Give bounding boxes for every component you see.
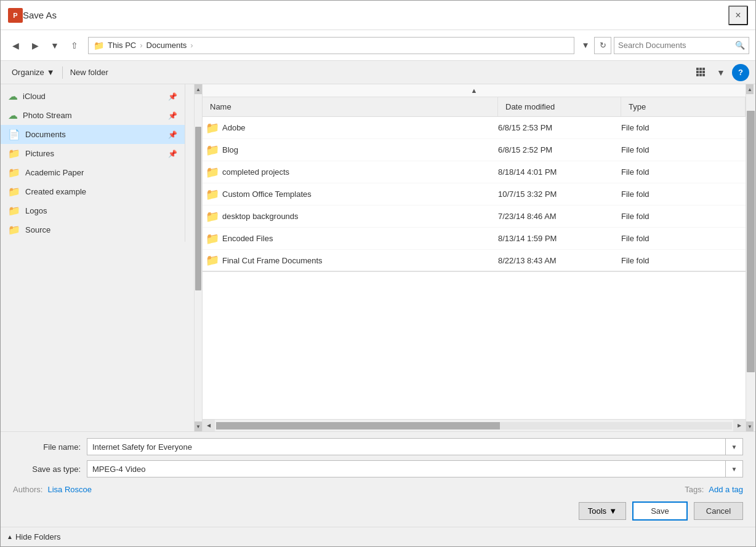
h-scroll-right-arrow[interactable]: ▶: [733, 420, 746, 432]
file-name: Custom Office Templates: [222, 190, 498, 199]
sidebar-item-label: Photo Stream: [23, 111, 163, 120]
file-name: completed projects: [222, 167, 498, 177]
file-name: desktop backgrounds: [222, 212, 498, 221]
savetype-row: Save as type: ▼: [13, 460, 743, 477]
scroll-down-arrow[interactable]: ▼: [195, 421, 202, 431]
up-button[interactable]: ⇧: [66, 37, 83, 54]
sidebar-item-label: Created example: [25, 187, 177, 196]
main-content: ☁ iCloud 📌 ☁ Photo Stream 📌 📄 Documents …: [1, 84, 755, 431]
view-dropdown-button[interactable]: ▼: [712, 64, 730, 81]
tools-dropdown-icon: ▼: [609, 506, 617, 516]
file-row[interactable]: 📁 Final Cut Frame Documents 8/22/13 8:43…: [203, 250, 746, 272]
search-input[interactable]: [618, 41, 735, 50]
pin-icon: 📌: [168, 111, 177, 120]
file-date: 7/23/14 8:46 AM: [498, 212, 621, 221]
folder-icon: 📁: [203, 121, 222, 135]
sidebar-scroll-thumb[interactable]: [195, 127, 201, 290]
breadcrumb-sep2: ›: [190, 41, 193, 50]
sidebar-item-pictures[interactable]: 📁 Pictures 📌: [1, 144, 185, 163]
sidebar-item-label: Pictures: [25, 149, 163, 158]
pin-icon: 📌: [168, 92, 177, 101]
file-type: File fold: [621, 123, 746, 132]
breadcrumb[interactable]: 📁 This PC › Documents ›: [88, 37, 574, 54]
file-scroll-up[interactable]: ▲: [746, 84, 754, 94]
horizontal-scrollbar[interactable]: ◀ ▶: [203, 419, 746, 431]
tools-button[interactable]: Tools ▼: [579, 502, 626, 520]
file-date: 8/18/14 4:01 PM: [498, 167, 621, 177]
file-scroll-down[interactable]: ▼: [746, 421, 754, 431]
file-row[interactable]: 📁 Adobe 6/8/15 2:53 PM File fold: [203, 117, 746, 139]
folder-icon: 📁: [203, 210, 222, 223]
file-type: File fold: [621, 167, 746, 177]
view-toggle-button[interactable]: [693, 64, 710, 81]
hide-folders-button[interactable]: ▲ Hide Folders: [7, 532, 61, 541]
folder-icon: 📁: [8, 205, 20, 217]
sidebar-item-academic[interactable]: 📁 Academic Paper: [1, 163, 185, 182]
file-row[interactable]: 📁 Encoded Files 8/13/14 1:59 PM File fol…: [203, 228, 746, 250]
scroll-up-arrow[interactable]: ▲: [195, 84, 202, 94]
col-header-type[interactable]: Type: [621, 97, 746, 116]
breadcrumb-documents: Documents: [147, 41, 187, 50]
pictures-icon: 📁: [8, 148, 20, 159]
sidebar-item-label: Documents: [25, 130, 163, 139]
file-list-scrollbar[interactable]: ▲ ▼: [746, 84, 755, 431]
file-date: 6/8/15 2:52 PM: [498, 145, 621, 154]
h-scroll-track[interactable]: [216, 422, 732, 429]
toolbar-right: ▼ ?: [693, 64, 749, 81]
file-row[interactable]: 📁 desktop backgrounds 7/23/14 8:46 AM Fi…: [203, 206, 746, 228]
authors-label: Authors:: [13, 485, 42, 494]
breadcrumb-dropdown-button[interactable]: ▼: [579, 37, 592, 54]
svg-rect-5: [702, 71, 705, 73]
svg-rect-6: [696, 74, 699, 76]
organize-dropdown-icon: ▼: [47, 68, 55, 77]
new-folder-button[interactable]: New folder: [65, 65, 113, 79]
dropdown-button[interactable]: ▼: [46, 37, 63, 54]
file-row[interactable]: 📁 completed projects 8/18/14 4:01 PM Fil…: [203, 161, 746, 183]
sidebar: ☁ iCloud 📌 ☁ Photo Stream 📌 📄 Documents …: [1, 84, 185, 242]
forward-button[interactable]: ▶: [26, 37, 44, 54]
sidebar-item-label: iCloud: [23, 92, 163, 101]
title-bar: P Save As ×: [1, 1, 755, 30]
meta-row: Authors: Lisa Roscoe Tags: Add a tag: [13, 482, 743, 497]
back-button[interactable]: ◀: [7, 37, 24, 54]
svg-rect-0: [696, 68, 699, 70]
close-button[interactable]: ×: [728, 6, 748, 25]
cancel-button[interactable]: Cancel: [694, 502, 743, 520]
file-date: 8/22/13 8:43 AM: [498, 256, 621, 265]
refresh-button[interactable]: ↻: [594, 37, 611, 54]
file-row[interactable]: 📁 Custom Office Templates 10/7/15 3:32 P…: [203, 183, 746, 206]
h-scroll-thumb[interactable]: [216, 422, 500, 429]
file-scroll-thumb[interactable]: [747, 111, 755, 373]
sidebar-item-photostream[interactable]: ☁ Photo Stream 📌: [1, 106, 185, 125]
file-type: File fold: [621, 190, 746, 199]
savetype-dropdown-button[interactable]: ▼: [726, 460, 743, 477]
h-scroll-left-arrow[interactable]: ◀: [203, 420, 215, 432]
col-header-date[interactable]: Date modified: [498, 97, 621, 116]
help-button[interactable]: ?: [732, 64, 749, 81]
scroll-up-control[interactable]: ▲: [203, 84, 746, 97]
file-type: File fold: [621, 145, 746, 154]
photostream-icon: ☁: [8, 110, 18, 121]
sidebar-item-icloud[interactable]: ☁ iCloud 📌: [1, 87, 185, 106]
file-row[interactable]: 📁 Blog 6/8/15 2:52 PM File fold: [203, 139, 746, 161]
sidebar-item-documents[interactable]: 📄 Documents 📌: [1, 125, 185, 144]
tags-value[interactable]: Add a tag: [709, 485, 743, 494]
file-name: Encoded Files: [222, 234, 498, 243]
file-name: Final Cut Frame Documents: [222, 256, 498, 265]
sidebar-scrollbar[interactable]: ▲ ▼: [194, 84, 203, 431]
sidebar-item-created[interactable]: 📁 Created example: [1, 182, 185, 201]
sidebar-item-label: Academic Paper: [25, 168, 177, 177]
file-type: File fold: [621, 212, 746, 221]
filename-input[interactable]: [87, 438, 726, 455]
col-header-name[interactable]: Name: [203, 97, 498, 116]
savetype-input[interactable]: [87, 460, 726, 477]
filename-dropdown-button[interactable]: ▼: [726, 438, 743, 455]
breadcrumb-folder-icon: 📁: [94, 41, 104, 50]
authors-value[interactable]: Lisa Roscoe: [47, 485, 92, 494]
sidebar-item-source[interactable]: 📁 Source: [1, 220, 185, 239]
svg-rect-1: [699, 68, 702, 70]
save-button[interactable]: Save: [632, 501, 688, 521]
sidebar-item-logos[interactable]: 📁 Logos: [1, 201, 185, 220]
folder-icon: 📁: [203, 143, 222, 157]
organize-button[interactable]: Organize ▼: [7, 65, 60, 79]
